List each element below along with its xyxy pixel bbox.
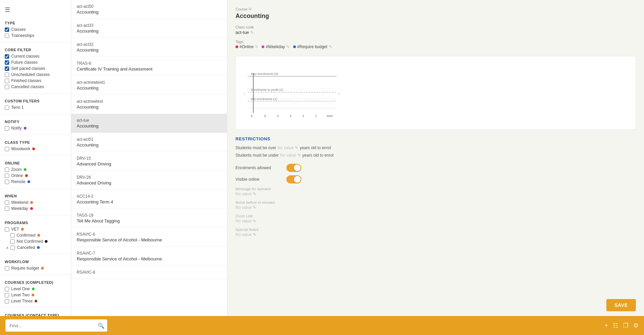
checkbox-weekend[interactable]: [5, 200, 9, 205]
tag-budget-edit[interactable]: ✎: [329, 44, 332, 49]
checkbox-level-three[interactable]: [5, 299, 9, 303]
checkbox-notify[interactable]: [5, 126, 9, 131]
when-section-title: WHEN: [5, 194, 66, 198]
checkbox-term1[interactable]: [5, 105, 9, 110]
list-item[interactable]: act-act33 Accounting: [71, 19, 227, 38]
checkbox-traineeships[interactable]: [5, 34, 9, 38]
filter-woodwork[interactable]: Woodwork: [5, 146, 66, 152]
list-item[interactable]: TRAS-6 Certificate IV Training and Asses…: [71, 57, 227, 76]
list-item-name: Accounting: [77, 85, 222, 91]
level-three-dot: [35, 300, 37, 302]
list-item[interactable]: RSAVIC-6 Responsible Service of Alcohol …: [71, 228, 227, 247]
list-item[interactable]: act-actnewtest1 Accounting: [71, 76, 227, 95]
list-item[interactable]: TAGS-19 Tell Me About Tagging: [71, 209, 227, 228]
filter-confirmed[interactable]: Confirmed: [5, 232, 66, 238]
list-item[interactable]: act-act50 Accounting: [71, 0, 227, 19]
tag-online-edit[interactable]: ✎: [255, 44, 258, 49]
share-button[interactable]: ❐: [623, 322, 628, 329]
list-item[interactable]: act-act32 Accounting: [71, 38, 227, 57]
checkbox-finished[interactable]: [5, 79, 9, 83]
filter-cancelled[interactable]: Cancelled classes: [5, 84, 66, 90]
filter-self-paced[interactable]: Self paced classes: [5, 65, 66, 72]
arrive-before-edit[interactable]: ✎: [253, 205, 256, 210]
checkbox-remote[interactable]: [5, 180, 9, 184]
checkbox-self-paced[interactable]: [5, 66, 9, 71]
list-item[interactable]: DRV-15 Advanced Driving: [71, 152, 227, 171]
visible-online-toggle[interactable]: [286, 175, 301, 183]
restriction-over-edit[interactable]: ✎: [295, 145, 298, 150]
chevron-cancelled[interactable]: ∧: [6, 246, 8, 250]
filter-future-classes[interactable]: Future classes: [5, 59, 66, 65]
filter-term1[interactable]: Term 1: [5, 104, 66, 111]
search-submit-button[interactable]: 🔍: [98, 322, 105, 329]
list-item[interactable]: RSAVIC-8: [71, 266, 227, 279]
filter-require-budget[interactable]: Require budget: [5, 265, 66, 271]
checkbox-future-classes[interactable]: [5, 60, 9, 65]
zoom-link-value: No value ✎: [235, 219, 636, 223]
checkbox-classes[interactable]: [5, 27, 9, 32]
checkbox-cancelled[interactable]: [5, 85, 9, 89]
checkbox-zoom[interactable]: [5, 168, 9, 172]
list-item-code: RSAVIC-8: [77, 270, 222, 275]
notify-section-title: NOTIFY: [5, 120, 66, 124]
filter-level-three[interactable]: Level Three: [5, 298, 66, 304]
list-item[interactable]: act-actnewtest Accounting: [71, 95, 227, 114]
save-button[interactable]: SAVE: [606, 299, 636, 311]
filter-classes[interactable]: Classes: [5, 26, 66, 33]
view-toggle-button[interactable]: ☷: [613, 322, 618, 329]
filter-vet[interactable]: VET: [5, 226, 66, 232]
search-input[interactable]: [5, 319, 107, 332]
checkbox-vet[interactable]: [5, 227, 9, 232]
filter-weekday[interactable]: Weekday: [5, 205, 66, 212]
checkbox-not-confirmed[interactable]: [10, 239, 15, 244]
filter-online[interactable]: Online: [5, 173, 66, 179]
zoom-dot: [24, 168, 26, 171]
filter-zoom[interactable]: Zoom: [5, 166, 66, 173]
checkbox-online[interactable]: [5, 174, 9, 178]
list-item-code: ACC14-2: [77, 194, 222, 199]
svg-text:‹: ‹: [244, 91, 245, 96]
tag-weekday-edit[interactable]: ✎: [286, 44, 290, 49]
checkbox-current-classes[interactable]: [5, 54, 9, 59]
list-item[interactable]: DRV-26 Advanced Driving: [71, 171, 227, 190]
filter-traineeships[interactable]: Traineeships: [5, 33, 66, 39]
add-button[interactable]: +: [604, 322, 608, 329]
class-code-edit[interactable]: ✎: [250, 30, 254, 35]
class-type-section-title: CLASS TYPE: [5, 140, 66, 144]
filter-notify[interactable]: Notify: [5, 125, 66, 131]
external-link-icon[interactable]: ⧉: [249, 7, 251, 11]
hamburger-menu[interactable]: ☰: [5, 6, 10, 13]
checkbox-woodwork[interactable]: [5, 147, 9, 151]
filter-remote[interactable]: Remote: [5, 179, 66, 185]
list-item[interactable]: act-tue Accounting: [71, 114, 227, 133]
filter-cancelled-prog[interactable]: ∧ Cancelled: [5, 244, 66, 251]
settings-button[interactable]: ⚙: [633, 322, 639, 329]
filter-unscheduled[interactable]: Unscheduled classes: [5, 72, 66, 78]
checkbox-weekday[interactable]: [5, 206, 9, 211]
special-notes-edit[interactable]: ✎: [253, 232, 256, 237]
restriction-under-row: Students must be under No value ✎ years …: [235, 153, 636, 158]
list-item[interactable]: RSAVIC-7 Responsible Service of Alcohol …: [71, 247, 227, 266]
enrolments-allowed-toggle[interactable]: [286, 164, 301, 172]
filter-not-confirmed[interactable]: Not Confirmed: [5, 238, 66, 244]
checkbox-unscheduled[interactable]: [5, 73, 9, 77]
message-operator-edit[interactable]: ✎: [253, 192, 256, 196]
checkbox-confirmed[interactable]: [10, 233, 15, 238]
checkbox-cancelled-prog[interactable]: [11, 245, 15, 250]
checkbox-require-budget[interactable]: [5, 266, 9, 271]
zoom-link-edit[interactable]: ✎: [253, 219, 256, 223]
filter-level-one[interactable]: Level One: [5, 286, 66, 292]
filter-level-two[interactable]: Level Two: [5, 292, 66, 298]
list-item-name: Responsible Service of Alcohol - Melbour…: [77, 237, 222, 242]
checkbox-level-one[interactable]: [5, 287, 9, 291]
filter-weekend[interactable]: Weekend: [5, 199, 66, 205]
list-item[interactable]: act-act51 Accounting: [71, 133, 227, 152]
list-item-code: TRAS-6: [77, 61, 222, 66]
checkbox-level-two[interactable]: [5, 293, 9, 297]
restriction-under-edit[interactable]: ✎: [298, 153, 301, 158]
svg-text:Max enrolments (6): Max enrolments (6): [251, 72, 278, 76]
filter-finished[interactable]: Finished classes: [5, 78, 66, 84]
filter-current-classes[interactable]: Current classes: [5, 53, 66, 59]
list-item[interactable]: ACC14-2 Accounting Term 4: [71, 190, 227, 209]
svg-text:6: 6: [251, 114, 252, 118]
